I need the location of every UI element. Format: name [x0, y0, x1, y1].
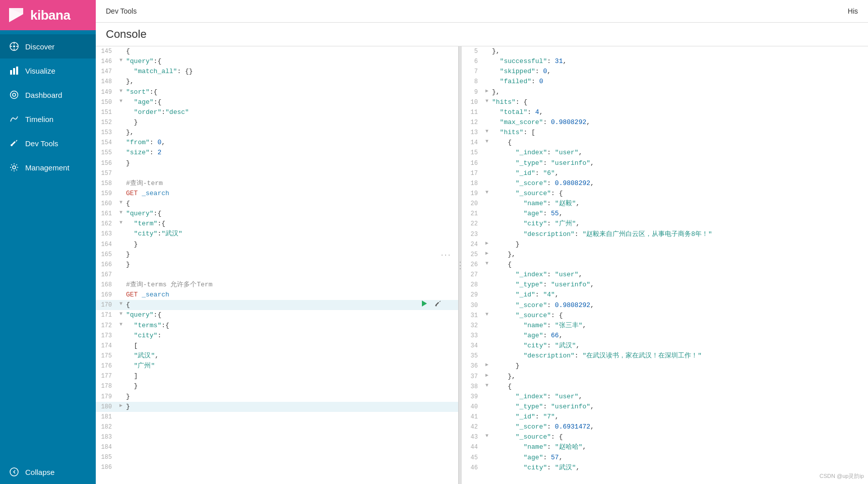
table-row: 184 [96, 442, 458, 452]
table-row: 30 "_score": 0.9808292, [462, 300, 868, 311]
table-row: 157 [96, 168, 458, 178]
table-row: 177 ] [96, 371, 458, 381]
table-row: 163 "city":"武汉" [96, 229, 458, 239]
right-code-output[interactable]: 5}, 6 "successful": 31, 7 "skipped": 0, … [462, 46, 868, 484]
table-row: 155"size": 2 [96, 148, 458, 158]
table-row: 146▼"query":{ [96, 56, 458, 67]
table-row: 46 "city": "武汉", [462, 463, 868, 473]
table-row: 176 "广州" [96, 361, 458, 371]
table-row: 180▶} [96, 402, 458, 412]
table-row: 35 "description": "在武汉读书，家在武汉！在深圳工作！" [462, 351, 868, 361]
table-row: 5}, [462, 46, 868, 56]
table-row: 169GET _search [96, 290, 458, 300]
table-row: 9▶}, [462, 87, 868, 97]
table-row: 25▶ }, [462, 250, 868, 260]
table-row: 152 } [96, 117, 458, 128]
run-button[interactable] [418, 297, 430, 310]
sidebar-nav: Discover Visualize Dashboard Timelion De… [0, 30, 96, 460]
resize-handle[interactable] [455, 46, 458, 484]
sidebar-item-dashboard[interactable]: Dashboard [0, 83, 96, 107]
table-row: 27 "_index": "user", [462, 270, 868, 280]
drag-dots: ⋮ [440, 250, 452, 260]
left-code-editor[interactable]: 145{ 146▼"query":{ 147 "match_all": {} 1… [96, 46, 458, 484]
sidebar-item-visualize-label: Visualize [25, 67, 55, 75]
table-row: 13▼ "hits": [ [462, 128, 868, 138]
table-row: 178 } [96, 381, 458, 391]
table-row: 45 "age": 57, [462, 453, 868, 463]
table-row: 186 [96, 462, 458, 472]
svg-rect-8 [10, 70, 12, 75]
table-row: 166} [96, 260, 458, 270]
table-row: 185 [96, 452, 458, 462]
kibana-logo-icon [7, 6, 25, 24]
history-button[interactable]: His [848, 7, 858, 15]
svg-point-11 [11, 91, 18, 99]
table-row: 44 "name": "赵哈哈", [462, 442, 868, 452]
sidebar-item-devtools-label: Dev Tools [25, 139, 58, 148]
table-row: 33 "age": 66, [462, 331, 868, 341]
compass-icon [9, 41, 19, 51]
table-row: 41 "_id": "7", [462, 412, 868, 422]
sidebar: kibana Discover Visualize Dashboard Time… [0, 0, 96, 484]
table-row: 43▼ "_source": { [462, 432, 868, 442]
wrench-icon [9, 138, 19, 148]
table-row: 15 "_index": "user", [462, 148, 868, 158]
sidebar-item-management[interactable]: Management [0, 155, 96, 179]
table-row: 37▶ }, [462, 372, 868, 382]
table-row: 22 "city": "广州", [462, 219, 868, 229]
kibana-logo-text: kibana [30, 8, 70, 23]
table-row: 19▼ "_source": { [462, 189, 868, 199]
table-row: 171▼"query":{ [96, 310, 458, 320]
table-row: 21 "age": 55, [462, 209, 868, 219]
table-row: 147 "match_all": {} [96, 67, 458, 77]
sidebar-item-discover[interactable]: Discover [0, 34, 96, 58]
table-row: 167 [96, 270, 458, 280]
table-row: 168#查询-terms 允许多个Term [96, 280, 458, 290]
table-row: 154"from": 0, [96, 138, 458, 148]
collapse-button[interactable]: Collapse [0, 460, 96, 484]
table-row: 182 [96, 422, 458, 432]
sidebar-item-devtools[interactable]: Dev Tools [0, 131, 96, 155]
table-row: 24▶ } [462, 239, 868, 250]
table-row: 181 [96, 412, 458, 422]
table-row: 173 "city": [96, 331, 458, 341]
table-row: 179} [96, 392, 458, 402]
sidebar-item-management-label: Management [25, 163, 70, 172]
wrench-action-button[interactable] [432, 297, 444, 310]
table-row: 175 "武汉", [96, 351, 458, 361]
sidebar-item-dashboard-label: Dashboard [25, 91, 62, 99]
table-row: 164 } [96, 239, 458, 250]
table-row: 8 "failed": 0 [462, 77, 868, 87]
action-buttons [418, 297, 444, 310]
sidebar-item-discover-label: Discover [25, 42, 54, 51]
table-row: 16 "_type": "userinfo", [462, 158, 868, 168]
svg-rect-9 [13, 68, 15, 75]
table-row: 42 "_score": 0.6931472, [462, 422, 868, 432]
editor-left-panel: 145{ 146▼"query":{ 147 "match_all": {} 1… [96, 46, 459, 484]
table-row: 26▼ { [462, 260, 868, 270]
table-row: 32 "name": "张三丰", [462, 321, 868, 331]
table-row: 40 "_type": "userinfo", [462, 402, 868, 412]
console-header: Console [96, 23, 868, 46]
sidebar-item-visualize[interactable]: Visualize [0, 58, 96, 83]
table-row: 31▼ "_source": { [462, 311, 868, 321]
sidebar-logo[interactable]: kibana [0, 0, 96, 30]
gear-icon [9, 162, 19, 172]
table-row: 38▼ { [462, 382, 868, 392]
table-row: 39 "_index": "user", [462, 392, 868, 402]
table-row: 29 "_id": "4", [462, 290, 868, 300]
svg-rect-10 [16, 67, 18, 75]
collapse-label: Collapse [25, 468, 54, 476]
table-row: 7 "skipped": 0, [462, 67, 868, 77]
table-row: 160▼{ [96, 199, 458, 209]
editor-area: 145{ 146▼"query":{ 147 "match_all": {} 1… [96, 46, 868, 484]
sidebar-item-timelion[interactable]: Timelion [0, 107, 96, 131]
table-row: 148}, [96, 77, 458, 87]
main-content: Dev Tools His Console 145{ 146▼"query":{… [96, 0, 868, 484]
timelion-icon [9, 114, 19, 124]
table-row: 6 "successful": 31, [462, 56, 868, 67]
svg-point-14 [13, 166, 16, 169]
console-title: Console [106, 28, 147, 40]
table-row: 158#查询-term [96, 178, 458, 189]
table-row: 34 "city": "武汉", [462, 341, 868, 351]
